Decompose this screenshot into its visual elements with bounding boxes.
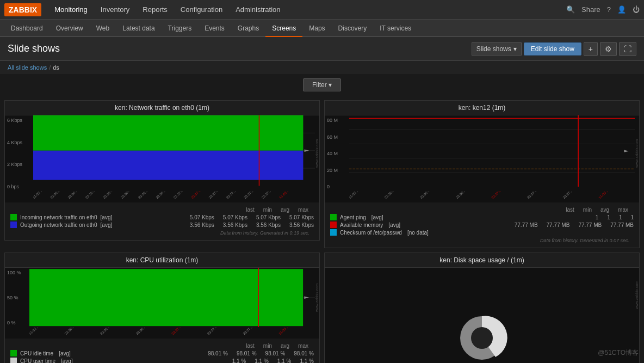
cpu-idle-last: 98.01 % <box>208 350 228 356</box>
svg-text:11-03 23:37: 11-03 23:37 <box>598 192 614 199</box>
svg-text:23:37:15: 23:37:15 <box>243 192 256 199</box>
breadcrumb-parent-link[interactable]: All slide shows <box>8 64 47 71</box>
cpu-user-label: CPU user time <box>20 358 55 364</box>
svg-text:23:36:30: 23:36:30 <box>383 192 397 199</box>
subnav-web[interactable]: Web <box>90 20 116 37</box>
incoming-label: Incoming network traffic on eth0 <box>20 214 97 220</box>
subnav-discovery[interactable]: Discovery <box>332 20 374 37</box>
k12-y-0: 0 <box>327 184 347 189</box>
ken12-side-label: www.zabbix.com <box>635 115 639 192</box>
k12-y-20m: 20 M <box>327 168 347 173</box>
subnav-graphs[interactable]: Graphs <box>231 20 265 37</box>
breadcrumb-current: ds <box>53 64 59 71</box>
subnav-events[interactable]: Events <box>198 20 231 37</box>
svg-text:23:37:05: 23:37:05 <box>206 328 219 335</box>
k12-legend-last: last <box>566 207 574 213</box>
ken12-x-labels: 11-03 23:36 23:36:30 23:36:40 23:36:50 2… <box>349 192 635 202</box>
cpu-idle-stats: 98.01 % 98.01 % 98.01 % 98.01 % <box>208 350 314 356</box>
ken12-svg <box>349 115 635 187</box>
cpu-idle-row: CPU idle time [avg] 98.01 % 98.01 % 98.0… <box>10 350 314 356</box>
net-traffic-title: ken: Network traffic on eth0 (1m) <box>5 101 319 115</box>
search-icon[interactable]: 🔍 <box>566 5 575 14</box>
nav-configuration[interactable]: Configuration <box>174 0 229 20</box>
k12-agent-ping-avg: [avg] <box>371 214 383 220</box>
svg-text:23:37:15: 23:37:15 <box>242 328 255 335</box>
slide-shows-dropdown[interactable]: Slide shows ▾ <box>472 42 522 56</box>
k12-checksum-nodata: [no data] <box>407 230 429 236</box>
outgoing-avg: 3.56 Kbps <box>256 222 281 228</box>
k12-agent-ping-label: Agent ping <box>340 214 366 220</box>
legend-header-avg: avg <box>281 207 289 213</box>
edit-slide-show-button[interactable]: Edit slide show <box>524 42 581 56</box>
cpu-user-avg-label: [avg] <box>61 358 73 364</box>
k12-avail-max: 77.77 MB <box>610 222 634 228</box>
add-button[interactable]: + <box>584 42 598 56</box>
cpu-y-100: 100 % <box>7 270 27 275</box>
subnav-triggers[interactable]: Triggers <box>162 20 199 37</box>
net-traffic-chart: ken: Network traffic on eth0 (1m) 6 Kbps… <box>4 100 320 241</box>
cpu-idle-min: 98.01 % <box>237 350 257 356</box>
nav-monitoring[interactable]: Monitoring <box>48 0 94 20</box>
svg-text:23:36:25: 23:36:25 <box>49 192 62 199</box>
svg-text:23:37:00: 23:37:00 <box>190 192 203 199</box>
outgoing-min: 3.56 Kbps <box>223 222 247 228</box>
top-navigation: ZABBIX Monitoring Inventory Reports Conf… <box>0 0 644 20</box>
filter-button[interactable]: Filter ▾ <box>303 78 341 91</box>
svg-text:23:37:00: 23:37:00 <box>491 192 504 199</box>
svg-text:23:36:50: 23:36:50 <box>455 192 468 199</box>
subnav-latest-data[interactable]: Latest data <box>116 20 161 37</box>
legend-header-max: max <box>298 207 308 213</box>
y-label-6kbps: 6 Kbps <box>7 118 31 123</box>
subnav-maps[interactable]: Maps <box>302 20 331 37</box>
subnav-dashboard[interactable]: Dashboard <box>4 20 49 37</box>
k12-legend-avg: avg <box>600 207 609 213</box>
cpu-svg <box>29 268 315 327</box>
subnav-overview[interactable]: Overview <box>49 20 90 37</box>
cpu-chart: ken: CPU utilization (1m) 100 % 50 % 0 % <box>4 253 320 363</box>
nav-inventory[interactable]: Inventory <box>94 0 136 20</box>
k12-avail-avg-val: 77.77 MB <box>578 222 602 228</box>
svg-text:23:36:40: 23:36:40 <box>102 192 115 199</box>
cpu-legend-max-hdr: max <box>298 343 308 349</box>
cpu-user-last: 1.1 % <box>232 358 246 364</box>
nav-administration[interactable]: Administration <box>229 0 287 20</box>
outgoing-color <box>10 222 17 228</box>
k12-agent-avg-val: 1 <box>619 214 622 220</box>
k12-checksum-label: Checksum of /etc/passwd <box>340 230 402 236</box>
k12-y-60m: 60 M <box>327 134 347 140</box>
legend-header-min: min <box>263 207 272 213</box>
power-icon[interactable]: ⏻ <box>633 5 640 14</box>
cpu-legend-min-hdr: min <box>263 343 272 349</box>
ken12-data-note: Data from history. Generated in 0.07 sec… <box>330 237 634 244</box>
svg-text:23:37:10: 23:37:10 <box>225 192 238 199</box>
net-outgoing-legend-row: Outgoing network traffic on eth0 [avg] 3… <box>10 222 314 228</box>
sub-navigation: Dashboard Overview Web Latest data Trigg… <box>0 20 644 37</box>
subnav-screens[interactable]: Screens <box>265 20 302 37</box>
cpu-side-label: www.zabbix.com <box>315 268 319 328</box>
incoming-stats: 5.07 Kbps 5.07 Kbps 5.07 Kbps 5.07 Kbps <box>190 214 314 220</box>
ken12-panel: ken: ken12 (1m) 80 M 60 M 40 M 20 M 0 <box>324 100 640 248</box>
watermark: @51CTO博客 <box>598 348 639 358</box>
k12-legend-max: max <box>618 207 628 213</box>
svg-rect-3 <box>33 115 303 151</box>
share-button[interactable]: Share <box>581 5 600 14</box>
svg-text:23:36:45: 23:36:45 <box>120 192 132 199</box>
ken12-chart: ken: ken12 (1m) 80 M 60 M 40 M 20 M 0 <box>324 100 640 248</box>
fullscreen-button[interactable]: ⛶ <box>619 42 636 56</box>
outgoing-last: 3.56 Kbps <box>190 222 214 228</box>
cpu-idle-avg-label: [avg] <box>59 350 71 356</box>
svg-text:23:36:35: 23:36:35 <box>84 192 97 199</box>
cpu-idle-avg: 98.01 % <box>265 350 286 356</box>
subnav-it-services[interactable]: IT services <box>373 20 418 37</box>
header-actions: Slide shows ▾ Edit slide show + ⚙ ⛶ <box>472 42 636 56</box>
k12-agent-ping-row: Agent ping [avg] 1 1 1 1 <box>330 214 634 220</box>
svg-text:23:37:05: 23:37:05 <box>208 192 220 199</box>
main-content: ken: Network traffic on eth0 (1m) 6 Kbps… <box>0 96 644 363</box>
svg-marker-29 <box>624 150 629 152</box>
help-button[interactable]: ? <box>607 5 611 14</box>
settings-button[interactable]: ⚙ <box>600 42 617 56</box>
nav-reports[interactable]: Reports <box>136 0 174 20</box>
user-icon[interactable]: 👤 <box>617 5 626 14</box>
net-incoming-legend-row: Incoming network traffic on eth0 [avg] 5… <box>10 214 314 220</box>
page-header: Slide shows Slide shows ▾ Edit slide sho… <box>0 37 644 61</box>
